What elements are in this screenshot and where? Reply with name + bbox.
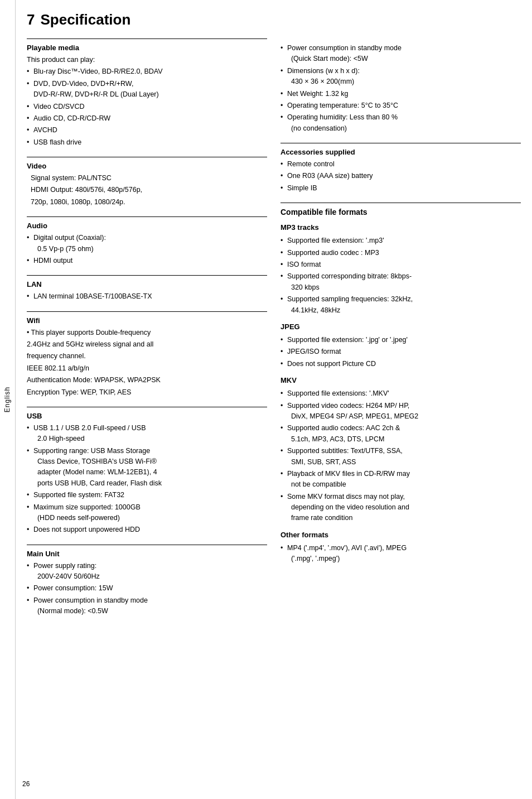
- list-item: DVD, DVD-Video, DVD+R/+RW,DVD-R/-RW, DVD…: [27, 79, 267, 100]
- list-item: Maximum size supported: 1000GB (HDD need…: [27, 502, 267, 524]
- mp3-list: Supported file extension: '.mp3' Support…: [280, 235, 521, 316]
- main-unit-list: Power supply rating: 200V-240V 50/60Hz P…: [27, 561, 267, 617]
- section-body-other-formats: Other formats MP4 ('.mp4', '.mov'), AVI …: [280, 530, 521, 565]
- list-item: MP4 ('.mp4', '.mov'), AVI ('.avi'), MPEG…: [280, 543, 521, 565]
- list-item: LAN terminal 10BASE-T/100BASE-TX: [27, 291, 267, 302]
- other-formats-list: MP4 ('.mp4', '.mov'), AVI ('.avi'), MPEG…: [280, 543, 521, 565]
- list-item: AVCHD: [27, 125, 267, 136]
- list-item: Supported subtitles: Text/UTF8, SSA, SMI…: [280, 446, 521, 468]
- list-item: Remote control: [280, 159, 521, 170]
- section-title-usb: USB: [27, 412, 267, 420]
- list-item: Dimensions (w x h x d): 430 × 36 × 200(m…: [280, 66, 521, 88]
- playable-media-intro: This product can play:: [27, 55, 267, 65]
- page-title: 7 Specification: [27, 11, 521, 28]
- section-body-accessories: Remote control One R03 (AAA size) batter…: [280, 159, 521, 194]
- list-item: Operating temperature: 5°C to 35°C: [280, 100, 521, 111]
- section-usb: USB USB 1.1 / USB 2.0 Full-speed / USB 2…: [27, 407, 267, 536]
- jpeg-list: Supported file extension: '.jpg' or '.jp…: [280, 335, 521, 369]
- section-wifi: Wifi • This player supports Double-frequ…: [27, 311, 267, 398]
- two-column-layout: Playable media This product can play: Bl…: [27, 38, 521, 777]
- section-title-playable-media: Playable media: [27, 44, 267, 52]
- list-item: Does not support unpowered HDD: [27, 524, 267, 535]
- list-item: Power supply rating: 200V-240V 50/60Hz: [27, 561, 267, 583]
- section-body-usb: USB 1.1 / USB 2.0 Full-speed / USB 2.0 H…: [27, 423, 267, 536]
- list-item: Supported corresponding bitrate: 8kbps- …: [280, 271, 521, 293]
- subsection-title-jpeg: JPEG: [280, 321, 521, 333]
- usb-list: USB 1.1 / USB 2.0 Full-speed / USB 2.0 H…: [27, 423, 267, 536]
- section-playable-media: Playable media This product can play: Bl…: [27, 38, 267, 148]
- sidebar-label: English: [4, 387, 12, 412]
- section-body-playable-media: This product can play: Blu-ray Disc™-Vid…: [27, 55, 267, 148]
- list-item: Supported audio codec : MP3: [280, 248, 521, 258]
- list-item: Video CD/SVCD: [27, 102, 267, 112]
- section-main-unit: Main Unit Power supply rating: 200V-240V…: [27, 545, 267, 617]
- list-item: Does not support Picture CD: [280, 359, 521, 369]
- list-item: Supported file extension: '.jpg' or '.jp…: [280, 335, 521, 345]
- list-item: Supported sampling frequencies: 32kHz, 4…: [280, 294, 521, 316]
- section-body-wifi: • This player supports Double-frequency …: [27, 328, 267, 398]
- mkv-list: Supported file extensions: '.MKV' Suppor…: [280, 388, 521, 524]
- section-title-main-unit: Main Unit: [27, 550, 267, 558]
- list-item: One R03 (AAA size) battery: [280, 171, 521, 181]
- list-item: Supported audio codecs: AAC 2ch & 5.1ch,…: [280, 423, 521, 445]
- list-item: HDMI output: [27, 256, 267, 266]
- section-title-accessories: Accessories supplied: [280, 148, 521, 156]
- wifi-line-6: Encryption Type: WEP, TKIP, AES: [27, 387, 267, 398]
- wifi-line-3: frequency channel.: [27, 351, 267, 362]
- main-content: 7 Specification Playable media This prod…: [16, 0, 532, 799]
- list-item: Supported file extensions: '.MKV': [280, 388, 521, 399]
- list-item: Power consumption: 15W: [27, 583, 267, 594]
- list-item: Power consumption in standby mode (Quick…: [280, 43, 521, 65]
- video-line-2: HDMI Output: 480i/576i, 480p/576p,: [27, 185, 267, 195]
- list-item: Playback of MKV files in CD-R/RW may not…: [280, 469, 521, 490]
- wifi-line-2: 2.4GHz and 5GHz wireless signal and all: [27, 339, 267, 350]
- main-unit-continued-list: Power consumption in standby mode (Quick…: [280, 43, 521, 134]
- list-item: JPEG/ISO format: [280, 346, 521, 357]
- accessories-list: Remote control One R03 (AAA size) batter…: [280, 159, 521, 194]
- section-body-jpeg: JPEG Supported file extension: '.jpg' or…: [280, 321, 521, 369]
- section-title-audio: Audio: [27, 222, 267, 230]
- section-body-main-unit: Power supply rating: 200V-240V 50/60Hz P…: [27, 561, 267, 617]
- playable-media-list: Blu-ray Disc™-Video, BD-R/RE2.0, BDAV DV…: [27, 66, 267, 148]
- wifi-line-5: Authentication Mode: WPAPSK, WPA2PSK: [27, 375, 267, 386]
- section-title-lan: LAN: [27, 280, 267, 288]
- page-number: 26: [22, 780, 30, 788]
- list-item: Some MKV format discs may not play, depe…: [280, 492, 521, 524]
- section-body-audio: Digital output (Coaxial): 0.5 Vp-p (75 o…: [27, 233, 267, 266]
- section-title-compatible-formats: Compatible file formats: [280, 208, 521, 216]
- section-compatible-formats: Compatible file formats MP3 tracks Suppo…: [280, 203, 521, 565]
- section-main-unit-continued: Power consumption in standby mode (Quick…: [280, 38, 521, 134]
- subsection-title-other-formats: Other formats: [280, 530, 521, 541]
- section-body-mkv: MKV Supported file extensions: '.MKV' Su…: [280, 375, 521, 524]
- list-item: Supported file system: FAT32: [27, 490, 267, 500]
- list-item: Supported video codecs: H264 MP/ HP, Div…: [280, 401, 521, 422]
- list-item: Power consumption in standby mode (Norma…: [27, 595, 267, 617]
- subsection-title-mkv: MKV: [280, 375, 521, 386]
- left-column: Playable media This product can play: Bl…: [27, 38, 267, 777]
- list-item: ISO format: [280, 259, 521, 270]
- section-body-video: Signal system: PAL/NTSC HDMI Output: 480…: [27, 173, 267, 208]
- audio-list: Digital output (Coaxial): 0.5 Vp-p (75 o…: [27, 233, 267, 266]
- video-line-3: 720p, 1080i, 1080p, 1080/24p.: [27, 197, 267, 208]
- section-video: Video Signal system: PAL/NTSC HDMI Outpu…: [27, 157, 267, 208]
- video-line-1: Signal system: PAL/NTSC: [27, 173, 267, 184]
- list-item: Digital output (Coaxial): 0.5 Vp-p (75 o…: [27, 233, 267, 254]
- right-column: Power consumption in standby mode (Quick…: [280, 38, 521, 777]
- section-body-lan: LAN terminal 10BASE-T/100BASE-TX: [27, 291, 267, 302]
- lan-list: LAN terminal 10BASE-T/100BASE-TX: [27, 291, 267, 302]
- list-item: Operating humidity: Less than 80 % (no c…: [280, 112, 521, 134]
- wifi-line-1: • This player supports Double-frequency: [27, 328, 267, 338]
- list-item: Supporting range: USB Mass Storage Class…: [27, 446, 267, 489]
- list-item: Supported file extension: '.mp3': [280, 235, 521, 246]
- title-text: Specification: [40, 11, 130, 28]
- section-audio: Audio Digital output (Coaxial): 0.5 Vp-p…: [27, 216, 267, 266]
- list-item: Audio CD, CD-R/CD-RW: [27, 113, 267, 124]
- list-item: Net Weight: 1.32 kg: [280, 89, 521, 99]
- section-lan: LAN LAN terminal 10BASE-T/100BASE-TX: [27, 275, 267, 302]
- list-item: USB 1.1 / USB 2.0 Full-speed / USB 2.0 H…: [27, 423, 267, 445]
- subsection-title-mp3: MP3 tracks: [280, 222, 521, 233]
- section-body-mp3: MP3 tracks Supported file extension: '.m…: [280, 222, 521, 316]
- chapter-number: 7: [27, 11, 35, 28]
- section-accessories: Accessories supplied Remote control One …: [280, 143, 521, 194]
- page-container: English 7 Specification Playable media T…: [0, 0, 532, 799]
